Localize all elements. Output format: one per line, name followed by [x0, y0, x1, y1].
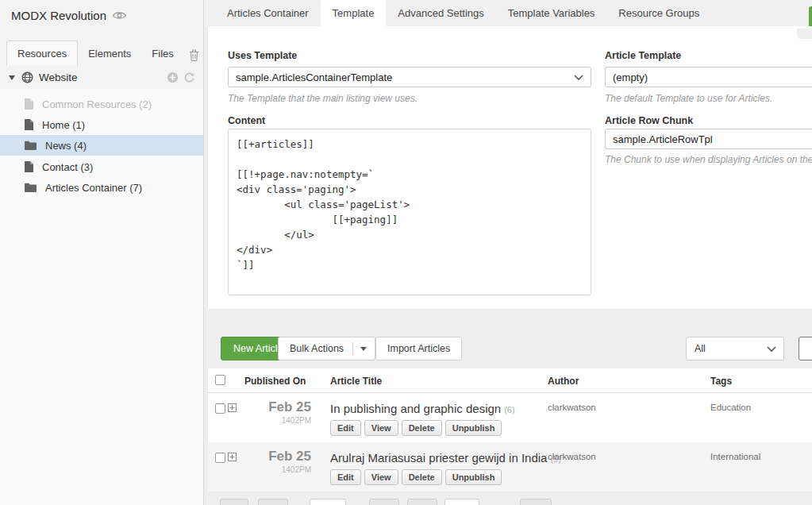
pagination-last-button[interactable] — [407, 499, 437, 505]
article-template-label: Article Template — [605, 50, 681, 61]
uses-template-label: Uses Template — [228, 50, 297, 61]
uses-template-select[interactable]: sample.ArticlesContainerTemplate — [228, 67, 591, 87]
tag-filter-select[interactable]: All — [686, 337, 784, 360]
article-title-text: In publishing and graphic design — [330, 402, 501, 415]
row-actions: Edit View Delete Unpublish — [330, 420, 502, 436]
article-template-input[interactable]: (empty) — [605, 67, 812, 87]
panel-corner-tab — [797, 29, 812, 39]
unpublish-button[interactable]: Unpublish — [445, 469, 502, 485]
tree-item-news[interactable]: News (4) — [0, 135, 203, 156]
sidebar-tabs: Resources Elements Files — [6, 39, 198, 66]
pagination-pagesize-select[interactable] — [444, 499, 479, 505]
app-title: MODX Revolution — [11, 9, 106, 22]
published-day: Feb 25 — [256, 449, 311, 465]
pagination-next-button[interactable] — [369, 499, 399, 505]
tree-item-contact[interactable]: Contact (3) — [0, 156, 203, 177]
pagination-first-button[interactable] — [220, 499, 248, 505]
tree-root-label: Website — [39, 71, 78, 83]
tab-advanced-settings[interactable]: Advanced Settings — [386, 0, 495, 26]
delete-button[interactable]: Delete — [402, 469, 442, 485]
tree-root-row[interactable]: Website — [0, 67, 203, 88]
articles-section: New Article Bulk Actions Import Articles… — [204, 309, 812, 505]
article-title-link[interactable]: In publishing and graphic design(6) — [330, 402, 515, 415]
sidebar-tab-files[interactable]: Files — [141, 41, 183, 66]
article-title-link[interactable]: Arulraj Mariasusai priester gewijd in In… — [330, 451, 561, 465]
sidebar-tab-resources[interactable]: Resources — [6, 40, 78, 66]
articles-grid: Published On Article Title Author Tags F… — [208, 368, 812, 492]
tab-resource-groups[interactable]: Resource Groups — [606, 0, 711, 26]
article-row-chunk-input[interactable]: sample.ArticleRowTpl — [605, 129, 812, 149]
published-time: 1402PM — [256, 416, 311, 425]
published-date: Feb 25 1402PM — [256, 449, 311, 474]
author-cell: clarkwatson — [548, 452, 596, 461]
bulk-actions-label: Bulk Actions — [290, 343, 344, 354]
grid-header: Published On Article Title Author Tags — [208, 368, 812, 393]
folder-icon — [25, 141, 37, 150]
col-published-on[interactable]: Published On — [244, 376, 306, 387]
expand-row-icon[interactable] — [228, 403, 237, 412]
resource-tree: Common Resources (2) Home (1) News (4) C… — [0, 89, 203, 505]
pagination-refresh-button[interactable] — [520, 499, 552, 505]
article-row[interactable]: Feb 25 1402PM In publishing and graphic … — [208, 393, 812, 442]
content-textarea[interactable] — [228, 129, 591, 295]
uses-template-value: sample.ArticlesContainerTemplate — [236, 71, 392, 83]
tab-template-variables[interactable]: Template Variables — [496, 0, 607, 26]
refresh-icon[interactable] — [183, 71, 195, 83]
view-button[interactable]: View — [364, 420, 398, 436]
globe-icon — [21, 71, 33, 83]
eye-icon[interactable] — [112, 10, 127, 21]
folder-icon — [25, 183, 37, 192]
page-icon — [25, 98, 33, 110]
row-checkbox[interactable] — [215, 403, 225, 414]
tree-item-label: Common Resources (2) — [42, 98, 152, 110]
published-day: Feb 25 — [256, 399, 311, 415]
main-tabbar: Articles Container Template Advanced Set… — [204, 0, 812, 26]
tree-root-actions — [167, 71, 195, 83]
article-row-chunk-label: Article Row Chunk — [605, 115, 693, 126]
view-button[interactable]: View — [364, 469, 398, 485]
col-article-title[interactable]: Article Title — [330, 376, 382, 387]
edit-button[interactable]: Edit — [330, 420, 361, 436]
col-tags[interactable]: Tags — [710, 376, 732, 387]
pagination-prev-button[interactable] — [258, 499, 288, 505]
page-icon — [25, 161, 33, 172]
tree-item-home[interactable]: Home (1) — [0, 114, 203, 135]
tag-filter-value: All — [695, 343, 706, 354]
add-circle-icon[interactable] — [167, 71, 179, 83]
chevron-down-icon[interactable] — [9, 75, 15, 80]
tree-item-common-resources[interactable]: Common Resources (2) — [0, 94, 203, 114]
search-input-cutoff[interactable] — [799, 337, 812, 360]
pagination-page-input[interactable] — [310, 499, 346, 505]
tree-item-label: Articles Container (7) — [45, 182, 142, 194]
caret-down-icon[interactable] — [360, 347, 367, 351]
row-actions: Edit View Delete Unpublish — [330, 469, 502, 485]
published-time: 1402PM — [256, 465, 311, 474]
bulk-actions-button[interactable]: Bulk Actions — [278, 337, 375, 360]
chevron-down-icon — [767, 346, 776, 353]
expand-row-icon[interactable] — [228, 453, 237, 461]
content-label: Content — [228, 115, 265, 126]
tree-item-label: News (4) — [45, 140, 87, 152]
sidebar-tab-elements[interactable]: Elements — [78, 41, 141, 66]
chevron-down-icon — [574, 75, 583, 81]
uses-template-help: The Template that the main listing view … — [228, 93, 418, 104]
trash-icon[interactable] — [184, 43, 204, 66]
article-template-value: (empty) — [613, 71, 648, 83]
select-all-checkbox[interactable] — [215, 375, 225, 385]
tree-item-articles-container[interactable]: Articles Container (7) — [0, 177, 203, 198]
unpublish-button[interactable]: Unpublish — [445, 420, 502, 436]
article-comment-count: (6) — [504, 405, 514, 414]
split-divider — [352, 342, 353, 355]
article-row[interactable]: Feb 25 1402PM Arulraj Mariasusai prieste… — [208, 442, 812, 492]
tree-item-label: Contact (3) — [42, 161, 93, 173]
template-panel: Uses Template sample.ArticlesContainerTe… — [208, 26, 812, 309]
save-button-cutoff[interactable] — [809, 6, 812, 29]
row-checkbox[interactable] — [215, 453, 225, 463]
edit-button[interactable]: Edit — [330, 469, 361, 485]
author-cell: clarkwatson — [548, 403, 596, 412]
tab-template[interactable]: Template — [321, 0, 387, 26]
col-author[interactable]: Author — [548, 376, 579, 387]
delete-button[interactable]: Delete — [402, 420, 442, 436]
tab-articles-container[interactable]: Articles Container — [215, 0, 321, 26]
import-articles-button[interactable]: Import Articles — [375, 337, 462, 360]
